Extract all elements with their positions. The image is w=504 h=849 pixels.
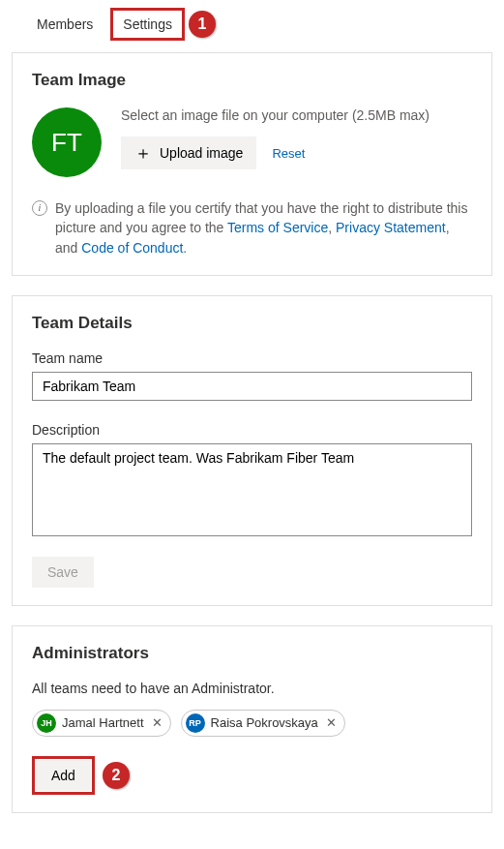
callout-1: 1 [189,11,216,38]
upload-image-label: Upload image [160,145,243,161]
admin-chip-list: JH Jamal Hartnett ✕ RP Raisa Pokrovskaya… [32,710,472,737]
save-button[interactable]: Save [32,557,94,588]
admin-name: Jamal Hartnett [62,715,144,730]
administrators-heading: Administrators [32,644,472,663]
upload-image-button[interactable]: ＋ Upload image [121,136,256,169]
tab-bar: Members Settings 1 [12,8,492,41]
reset-link[interactable]: Reset [272,146,305,161]
team-avatar: FT [32,107,102,177]
add-admin-button[interactable]: Add [36,760,91,791]
upload-certify-text: By uploading a file you certify that you… [55,198,472,258]
tab-members[interactable]: Members [27,11,103,38]
privacy-statement-link[interactable]: Privacy Statement [336,220,446,235]
description-textarea[interactable]: The default project team. Was Fabrikam F… [32,443,472,536]
team-details-heading: Team Details [32,314,472,333]
team-details-card: Team Details Team name Description The d… [12,295,492,606]
administrators-desc: All teams need to have an Administrator. [32,681,472,696]
terms-of-service-link[interactable]: Terms of Service [227,220,328,235]
add-highlight-box: Add [32,756,95,795]
code-of-conduct-link[interactable]: Code of Conduct [81,240,183,256]
info-icon: i [32,200,47,216]
upload-helper-text: Select an image file on your computer (2… [121,107,472,123]
avatar: RP [186,713,205,733]
team-image-card: Team Image FT Select an image file on yo… [12,52,492,276]
tab-settings[interactable]: Settings [110,8,185,41]
admin-chip[interactable]: JH Jamal Hartnett ✕ [32,710,171,737]
admin-name: Raisa Pokrovskaya [211,715,318,730]
remove-icon[interactable]: ✕ [326,715,337,730]
team-name-input[interactable] [32,372,472,401]
admin-chip[interactable]: RP Raisa Pokrovskaya ✕ [181,710,345,737]
remove-icon[interactable]: ✕ [152,715,163,730]
plus-icon: ＋ [134,144,152,162]
description-label: Description [32,422,472,438]
callout-2: 2 [103,762,130,789]
team-name-label: Team name [32,350,472,366]
avatar: JH [37,713,56,733]
administrators-card: Administrators All teams need to have an… [12,625,492,813]
team-image-heading: Team Image [32,71,472,90]
